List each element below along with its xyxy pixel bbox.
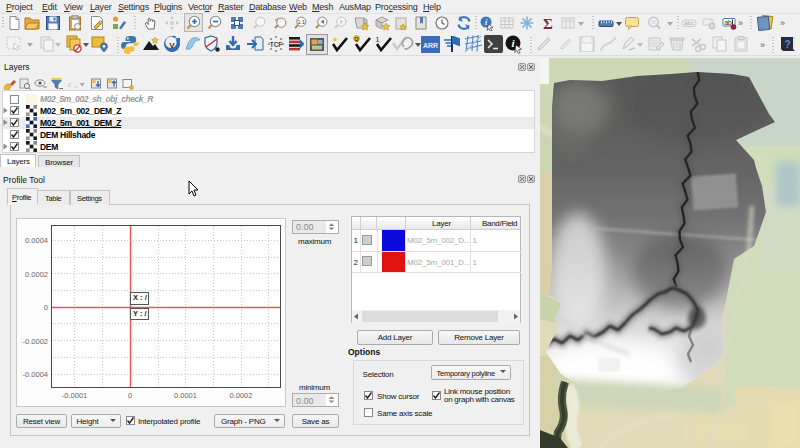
svg-text:?: ? bbox=[784, 39, 790, 50]
svg-text:Q: Q bbox=[354, 36, 359, 42]
svg-text:ARR: ARR bbox=[423, 42, 438, 49]
svg-text:1:1: 1:1 bbox=[297, 19, 305, 25]
svg-text:V: V bbox=[169, 41, 175, 50]
svg-text:1: 1 bbox=[375, 35, 380, 44]
svg-text:Σ: Σ bbox=[543, 16, 553, 32]
svg-text:abc: abc bbox=[684, 20, 694, 26]
svg-text:TCF: TCF bbox=[270, 41, 283, 48]
svg-text:ab: ab bbox=[724, 19, 732, 26]
svg-text:ε: ε bbox=[68, 79, 72, 89]
